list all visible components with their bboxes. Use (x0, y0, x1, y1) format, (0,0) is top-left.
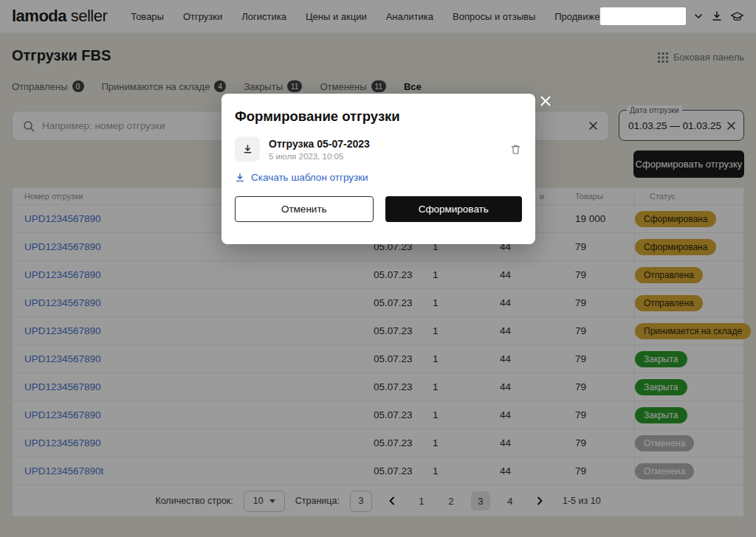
delete-file-icon[interactable] (509, 143, 522, 156)
file-info: Отгрузка 05-07-2023 5 июля 2023, 10:05 (269, 138, 370, 161)
submit-button[interactable]: Сформировать (385, 196, 523, 222)
download-icon (235, 173, 245, 183)
modal-buttons: Отменить Сформировать (235, 196, 522, 222)
file-download-icon-box (235, 136, 260, 162)
close-modal-icon[interactable] (540, 95, 551, 107)
file-meta: 5 июля 2023, 10:05 (269, 152, 370, 161)
modal-backdrop[interactable] (0, 0, 756, 537)
cancel-button[interactable]: Отменить (235, 196, 374, 222)
file-name: Отгрузка 05-07-2023 (269, 138, 370, 150)
app: lamoda seller Товары Отгрузки Логистика … (0, 0, 756, 537)
modal-title: Формирование отгрузки (235, 108, 522, 125)
uploaded-file-row: Отгрузка 05-07-2023 5 июля 2023, 10:05 (235, 136, 522, 162)
create-shipment-modal: Формирование отгрузки Отгрузка 05-07-202… (221, 94, 535, 244)
download-template-label: Скачать шаблон отгрузки (251, 172, 368, 183)
download-icon (242, 144, 253, 155)
download-template-link[interactable]: Скачать шаблон отгрузки (235, 172, 522, 183)
account-select[interactable] (600, 7, 686, 25)
